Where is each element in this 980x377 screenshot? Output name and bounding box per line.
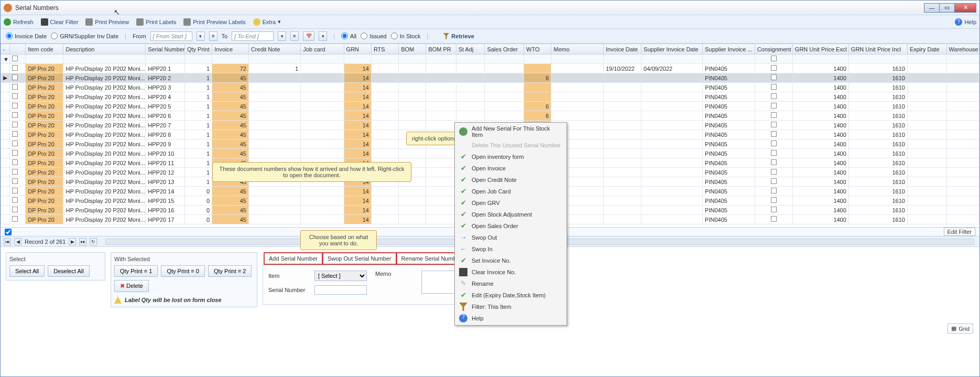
context-item[interactable]: ✎Rename bbox=[456, 278, 565, 289]
column-header[interactable]: WTO bbox=[524, 44, 551, 55]
context-item[interactable]: ✔Open GRV bbox=[456, 197, 565, 209]
minimize-button[interactable]: — bbox=[924, 3, 940, 13]
grn-date-radio[interactable]: GRN/Supplier Inv Date bbox=[51, 33, 118, 39]
table-row[interactable]: DP Pro 20HP ProDisplay 20 P202 Moni...HP… bbox=[1, 92, 979, 102]
context-item[interactable]: ✔Open Credit Note bbox=[456, 174, 565, 186]
qtyprint-1-button[interactable]: Qty Print = 1 bbox=[114, 265, 158, 277]
nav-last[interactable]: ⏭ bbox=[79, 238, 86, 245]
column-header[interactable]: GRN bbox=[344, 44, 371, 55]
context-item[interactable]: ✔Open Job Card bbox=[456, 186, 565, 197]
calendar-dropdown[interactable]: ▾ bbox=[319, 31, 327, 41]
context-label: Filter: This Item bbox=[472, 304, 511, 310]
to-date-clear[interactable]: ✕ bbox=[290, 31, 299, 41]
extra-menu[interactable]: Extra▾ bbox=[253, 18, 281, 26]
column-header[interactable]: Memo bbox=[551, 44, 604, 55]
serial-input[interactable] bbox=[314, 285, 367, 295]
print-preview-labels-button[interactable]: Print Preview Labels bbox=[183, 18, 245, 26]
column-header[interactable]: Qty Print bbox=[184, 44, 212, 55]
calendar-button[interactable]: 📅 bbox=[303, 31, 314, 41]
context-item[interactable]: Add New Serial For This Stock Item bbox=[456, 124, 565, 139]
to-date-dropdown[interactable]: ▾ bbox=[278, 31, 286, 41]
delete-button[interactable]: ✖ Delete bbox=[114, 280, 149, 292]
column-header[interactable]: RTS bbox=[371, 44, 398, 55]
deselect-all-button[interactable]: Deselect All bbox=[48, 265, 89, 277]
context-label: Open Credit Note bbox=[472, 177, 517, 183]
extra-icon bbox=[253, 18, 260, 26]
context-item[interactable]: ?Help bbox=[456, 313, 565, 324]
close-button[interactable]: ✕ bbox=[954, 3, 976, 13]
help-button[interactable]: ?Help bbox=[955, 18, 976, 26]
column-header[interactable]: Serial Number bbox=[146, 44, 185, 55]
from-date-dropdown[interactable]: ▾ bbox=[197, 31, 205, 41]
column-header[interactable]: Supplier Invoice ... bbox=[703, 44, 755, 55]
table-row[interactable]: DP Pro 20HP ProDisplay 20 P202 Moni...HP… bbox=[1, 83, 979, 92]
to-date-input[interactable]: [ To End ] bbox=[232, 31, 274, 41]
invoice-date-radio[interactable]: Invoice Date bbox=[6, 33, 47, 39]
from-date-input[interactable]: [ From Start ] bbox=[150, 31, 192, 41]
context-label: Edit (Expiry Date,Stock Item) bbox=[472, 292, 546, 298]
column-header[interactable]: GRN Unit Price Incl bbox=[848, 44, 907, 55]
column-header[interactable]: Consignment bbox=[755, 44, 792, 55]
edit-filter-button[interactable]: Edit Filter bbox=[944, 228, 975, 236]
column-header[interactable] bbox=[10, 44, 26, 55]
nav-next[interactable]: ▶ bbox=[69, 238, 76, 245]
callout-choose: Choose based on what you want to do. bbox=[300, 230, 377, 250]
nav-prev[interactable]: ◀ bbox=[14, 238, 21, 245]
context-label: Swop Out bbox=[472, 234, 497, 241]
context-item[interactable]: Filter: This Item bbox=[456, 301, 565, 313]
refresh-button[interactable]: Refresh bbox=[4, 18, 34, 26]
context-item[interactable]: Clear Invoice No. bbox=[456, 266, 565, 278]
nav-first[interactable]: ⏮ bbox=[4, 238, 11, 245]
nav-refresh[interactable]: ↻ bbox=[90, 238, 97, 245]
context-item[interactable]: ✔Edit (Expiry Date,Stock Item) bbox=[456, 289, 565, 301]
print-labels-button[interactable]: Print Labels bbox=[136, 18, 176, 26]
table-row[interactable]: DP Pro 20HP ProDisplay 20 P202 Moni...HP… bbox=[1, 102, 979, 111]
context-item[interactable]: ✔Open inventory form bbox=[456, 151, 565, 163]
clear-filter-button[interactable]: Clear Filter bbox=[41, 18, 79, 26]
all-radio[interactable]: All bbox=[341, 33, 356, 39]
maximize-button[interactable]: ▭ bbox=[939, 3, 955, 13]
qtyprint-0-button[interactable]: Qty Print = 0 bbox=[161, 265, 204, 277]
qtyprint-2-button[interactable]: Qty Print = 2 bbox=[208, 265, 252, 277]
context-item[interactable]: ←Swop In bbox=[456, 243, 565, 255]
item-select[interactable]: [ Select ] bbox=[314, 271, 367, 281]
column-header[interactable]: Description bbox=[63, 44, 146, 55]
callout-documents: These document numbers show how it arriv… bbox=[212, 162, 411, 182]
column-header[interactable]: Supplier Invoice Date bbox=[641, 44, 703, 55]
context-item[interactable]: ✔Open Sales Order bbox=[456, 220, 565, 232]
tab-add-serial[interactable]: Add Serial Number bbox=[264, 252, 323, 265]
context-item[interactable]: ✔Open Invoice bbox=[456, 163, 565, 174]
cursor-icon: ↖ bbox=[114, 8, 120, 16]
filter-toggle-checkbox[interactable] bbox=[5, 229, 12, 235]
column-header[interactable]: Invoice Date bbox=[603, 44, 641, 55]
column-header[interactable]: Warehouse bbox=[946, 44, 979, 55]
filter-row[interactable]: ▼ bbox=[1, 55, 979, 64]
table-row[interactable]: ▶DP Pro 20HP ProDisplay 20 P202 Moni...H… bbox=[1, 73, 979, 83]
context-label: Set Invoice No. bbox=[472, 257, 511, 264]
column-header[interactable]: Sales Order bbox=[485, 44, 524, 55]
print-preview-button[interactable]: Print Preview bbox=[85, 18, 129, 26]
column-header[interactable]: BOM PR bbox=[426, 44, 456, 55]
grid-toggle[interactable]: ▦Grid bbox=[948, 324, 973, 333]
column-header[interactable]: St Adj bbox=[456, 44, 485, 55]
column-header[interactable]: BOM bbox=[399, 44, 426, 55]
column-header[interactable]: Expiry Date bbox=[907, 44, 946, 55]
table-row[interactable]: DP Pro 20HP ProDisplay 20 P202 Moni...HP… bbox=[1, 64, 979, 73]
issued-radio[interactable]: Issued bbox=[361, 33, 386, 39]
context-item[interactable]: ✔Set Invoice No. bbox=[456, 255, 565, 266]
context-item[interactable]: ✔Open Stock Adjustment bbox=[456, 209, 565, 220]
retrieve-button[interactable]: Retrieve bbox=[439, 32, 478, 40]
column-header[interactable]: Job card bbox=[301, 44, 344, 55]
tab-swop-out[interactable]: Swop Out Serial Number bbox=[322, 252, 397, 265]
column-header[interactable]: Invoice bbox=[212, 44, 249, 55]
column-header[interactable]: Credit Note bbox=[248, 44, 301, 55]
table-row[interactable]: DP Pro 20HP ProDisplay 20 P202 Moni...HP… bbox=[1, 111, 979, 121]
instock-radio[interactable]: In Stock bbox=[391, 33, 421, 39]
select-all-button[interactable]: Select All bbox=[9, 265, 45, 277]
withsel-title: With Selected bbox=[114, 256, 254, 262]
context-item[interactable]: →Swop Out bbox=[456, 232, 565, 243]
column-header[interactable]: - bbox=[1, 44, 10, 55]
column-header[interactable]: GRN Unit Price Excl bbox=[792, 44, 848, 55]
from-date-clear[interactable]: ✕ bbox=[209, 31, 217, 41]
column-header[interactable]: Item code bbox=[26, 44, 63, 55]
